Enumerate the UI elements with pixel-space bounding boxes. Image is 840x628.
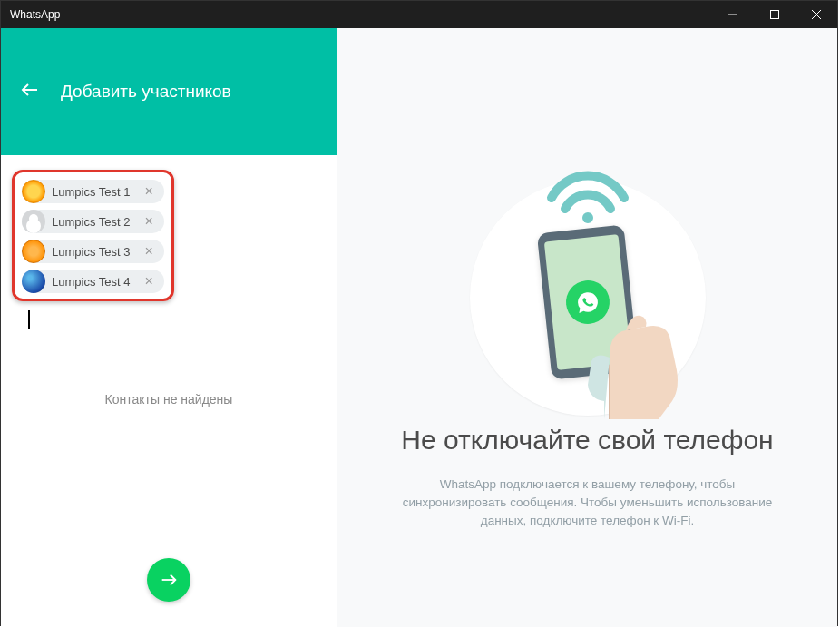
svg-point-6 bbox=[582, 212, 593, 223]
right-panel: Не отключайте свой телефон WhatsApp подк… bbox=[337, 28, 837, 627]
participant-chip: Lumpics Test 3 × bbox=[22, 240, 164, 263]
remove-chip-icon[interactable]: × bbox=[141, 244, 156, 259]
participant-name: Lumpics Test 1 bbox=[52, 185, 141, 199]
annotation-highlight: Lumpics Test 1 × Lumpics Test 2 × Lumpic… bbox=[12, 170, 174, 301]
intro-description: WhatsApp подключается к вашему телефону,… bbox=[397, 476, 778, 531]
avatar bbox=[22, 240, 45, 263]
participant-chip: Lumpics Test 2 × bbox=[22, 210, 164, 233]
remove-chip-icon[interactable]: × bbox=[141, 184, 156, 199]
confirm-button[interactable] bbox=[147, 558, 190, 602]
hand-illustration bbox=[582, 283, 700, 419]
minimize-button[interactable] bbox=[712, 1, 754, 28]
participant-chip: Lumpics Test 1 × bbox=[22, 180, 164, 203]
arrow-right-icon bbox=[159, 570, 179, 590]
avatar bbox=[22, 210, 45, 233]
search-input[interactable] bbox=[28, 310, 30, 329]
selected-participants-area: Lumpics Test 1 × Lumpics Test 2 × Lumpic… bbox=[1, 155, 337, 338]
panel-title: Добавить участников bbox=[61, 82, 231, 102]
left-header: Добавить участников bbox=[1, 28, 337, 155]
avatar bbox=[22, 180, 45, 203]
intro-illustration bbox=[452, 162, 724, 397]
close-window-button[interactable] bbox=[796, 1, 837, 28]
no-contacts-message: Контакты не найдены bbox=[1, 392, 337, 407]
svg-rect-1 bbox=[771, 11, 779, 19]
participant-chip: Lumpics Test 4 × bbox=[22, 270, 164, 293]
remove-chip-icon[interactable]: × bbox=[141, 274, 156, 289]
app-body: Добавить участников Lumpics Test 1 × Lum… bbox=[1, 28, 837, 627]
participant-name: Lumpics Test 2 bbox=[52, 215, 141, 229]
intro-title: Не отключайте свой телефон bbox=[401, 425, 773, 456]
participant-name: Lumpics Test 4 bbox=[52, 275, 141, 289]
titlebar: WhatsApp bbox=[1, 1, 837, 28]
window-controls bbox=[712, 1, 837, 28]
wifi-icon bbox=[533, 162, 642, 229]
maximize-button[interactable] bbox=[754, 1, 796, 28]
back-arrow-icon[interactable] bbox=[19, 79, 41, 104]
left-panel: Добавить участников Lumpics Test 1 × Lum… bbox=[1, 28, 337, 627]
app-window: WhatsApp Добавить участников bbox=[0, 0, 838, 626]
remove-chip-icon[interactable]: × bbox=[141, 214, 156, 229]
participant-name: Lumpics Test 3 bbox=[52, 245, 141, 259]
avatar bbox=[22, 270, 45, 293]
window-title: WhatsApp bbox=[10, 8, 712, 21]
